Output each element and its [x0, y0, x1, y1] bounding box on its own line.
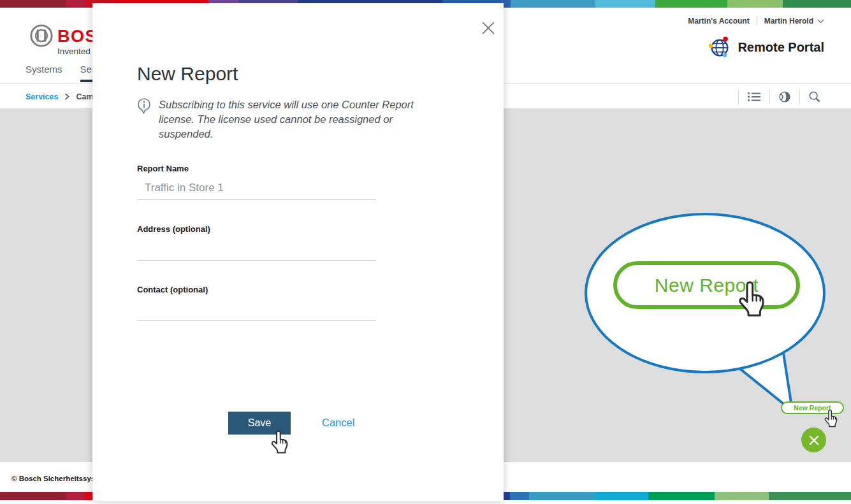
- account-row: Martin's Account Martin Herold: [688, 17, 824, 25]
- report-name-label: Report Name: [137, 164, 376, 173]
- account-link[interactable]: Martin's Account: [688, 17, 749, 25]
- divider: [757, 17, 757, 25]
- breadcrumb-chevron-icon: [64, 93, 69, 100]
- close-icon: [480, 20, 497, 36]
- info-icon: [137, 97, 151, 115]
- remote-portal-screen: BOSCH Invented for life Systems Services…: [0, 0, 851, 504]
- address-input[interactable]: [137, 240, 376, 261]
- portal-name: Remote Portal: [738, 40, 824, 55]
- contact-field-group: Contact (optional): [137, 285, 376, 321]
- callout-new-report-button[interactable]: New Report: [613, 261, 800, 309]
- breadcrumb-services-link[interactable]: Services: [25, 92, 58, 101]
- globe-icon: [778, 90, 791, 103]
- nav-tab-systems[interactable]: Systems: [25, 64, 62, 82]
- modal-title: New Report: [137, 63, 238, 85]
- remote-portal-globe-icon: [708, 34, 732, 60]
- list-icon: [747, 91, 761, 103]
- search-icon: [808, 90, 821, 103]
- address-field-group: Address (optional): [137, 224, 376, 261]
- search-button[interactable]: [799, 90, 829, 104]
- hand-cursor-icon: [734, 279, 767, 319]
- contact-label: Contact (optional): [137, 285, 376, 294]
- modal-close-button[interactable]: [480, 20, 497, 36]
- callout-bubble: [574, 210, 841, 421]
- contact-input[interactable]: [137, 301, 376, 321]
- hand-cursor-icon: [822, 408, 839, 428]
- user-menu[interactable]: Martin Herold: [764, 17, 813, 25]
- breadcrumb: Services Came: [25, 84, 98, 109]
- toolbar: [738, 84, 829, 109]
- report-name-input[interactable]: [137, 180, 376, 200]
- license-info: Subscribing to this service will use one…: [137, 97, 443, 141]
- report-name-field-group: Report Name: [137, 164, 376, 200]
- new-report-modal: New Report Subscribing to this service w…: [92, 3, 504, 501]
- close-icon: [808, 435, 820, 446]
- close-tutorial-fab[interactable]: [801, 428, 826, 452]
- hand-cursor-icon: [268, 429, 290, 455]
- globe-button[interactable]: [769, 90, 799, 104]
- bosch-logo-icon: [29, 24, 54, 48]
- license-info-text: Subscribing to this service will use one…: [159, 97, 443, 141]
- chevron-down-icon[interactable]: [817, 19, 824, 24]
- address-label: Address (optional): [137, 224, 376, 234]
- copyright-text: © Bosch Sicherheitssyste: [11, 475, 101, 482]
- cancel-button[interactable]: Cancel: [322, 417, 354, 429]
- remote-portal-logo: Remote Portal: [708, 34, 824, 60]
- list-view-button[interactable]: [738, 90, 769, 104]
